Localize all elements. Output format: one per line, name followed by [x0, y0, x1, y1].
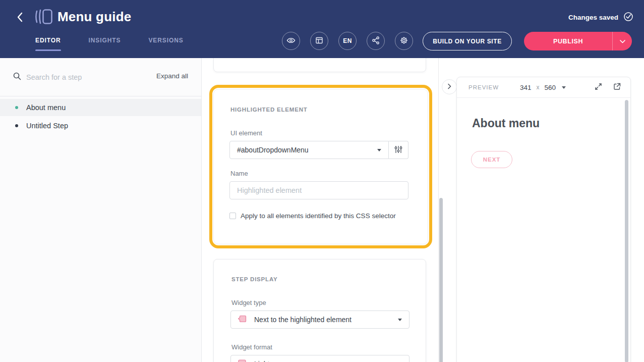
changes-saved-status: Changes saved [568, 12, 633, 23]
step-settings-editor: HIGHLIGHTED ELEMENT UI element #aboutDro… [202, 58, 439, 362]
chevron-down-icon [398, 319, 402, 321]
apply-all-checkbox-row[interactable]: Apply to all elements identified by this… [229, 212, 396, 220]
publish-split-button: PUBLISH [524, 32, 632, 50]
widget-format-select[interactable]: Light [230, 355, 409, 362]
highlighted-element-outline: HIGHLIGHTED ELEMENT UI element #aboutDro… [209, 85, 432, 248]
widget-format-value: Light [254, 360, 269, 362]
step-list: About menu Untitled Step [0, 99, 201, 135]
eye-icon [286, 37, 296, 45]
tab-versions[interactable]: VERSIONS [148, 37, 183, 51]
chevron-down-icon [377, 149, 381, 151]
expand-arrows-icon [594, 82, 603, 92]
apply-all-label: Apply to all elements identified by this… [241, 212, 396, 220]
layout-button[interactable] [310, 32, 328, 50]
step-status-dot [15, 106, 18, 109]
share-button[interactable] [367, 32, 385, 50]
steps-sidebar: Expand all About menu Untitled Step [0, 58, 202, 362]
preview-panel: PREVIEW 341 x 560 [456, 77, 631, 362]
ui-element-select-row: #aboutDropdownMenu [229, 141, 408, 159]
preview-title: PREVIEW [469, 84, 499, 90]
ui-element-label: UI element [230, 129, 262, 137]
step-display-card: STEP DISPLAY Widget type Next to the hig… [213, 259, 426, 362]
chevron-right-icon [447, 83, 451, 91]
preview-eye-button[interactable] [282, 32, 300, 50]
step-label: Untitled Step [26, 122, 68, 130]
size-separator: x [537, 84, 540, 91]
preview-height-value: 560 [545, 84, 556, 91]
name-label: Name [230, 170, 248, 177]
settings-button[interactable] [395, 32, 413, 50]
publish-button[interactable]: PUBLISH [524, 32, 612, 50]
highlighted-element-name-input[interactable] [229, 181, 408, 199]
collapse-preview-button[interactable] [442, 79, 457, 94]
back-button[interactable] [12, 10, 27, 25]
ui-element-value: #aboutDropdownMenu [237, 146, 309, 154]
chevron-left-icon [16, 12, 23, 24]
preview-next-button[interactable]: NEXT [471, 151, 512, 168]
widget-type-select[interactable]: Next to the highlighted element [230, 311, 409, 329]
editor-tabs: EDITOR INSIGHTS VERSIONS [35, 37, 184, 51]
step-label: About menu [26, 104, 66, 112]
open-in-new-tab-button[interactable] [613, 82, 621, 92]
preview-header: PREVIEW 341 x 560 [457, 77, 630, 98]
tab-versions-label: VERSIONS [148, 37, 183, 44]
header-icon-buttons: EN [282, 32, 413, 50]
expand-preview-button[interactable] [594, 82, 603, 92]
check-circle-icon [623, 12, 633, 23]
section-title: STEP DISPLAY [231, 276, 277, 282]
step-search-row: Expand all [0, 58, 201, 96]
gear-icon [399, 36, 408, 46]
language-badge: EN [343, 37, 352, 44]
tab-editor[interactable]: EDITOR [35, 37, 61, 51]
publish-dropdown-button[interactable] [612, 32, 632, 50]
step-search-input[interactable] [26, 69, 132, 85]
section-title: HIGHLIGHTED ELEMENT [230, 107, 308, 113]
guide-logo-icon [34, 9, 53, 27]
expand-all-button[interactable]: Expand all [156, 72, 188, 80]
app-header: Menu guide Changes saved EDITOR INSIGHTS… [0, 0, 644, 58]
preview-scrollbar[interactable] [625, 100, 628, 362]
share-icon [372, 36, 380, 46]
widget-type-label: Widget type [231, 299, 266, 306]
widget-format-label: Widget format [231, 343, 272, 351]
chevron-down-icon [620, 37, 625, 45]
step-item-untitled-step[interactable]: Untitled Step [0, 117, 201, 134]
preview-step-title: About menu [472, 117, 540, 130]
tab-insights[interactable]: INSIGHTS [89, 37, 121, 51]
editor-scrollbar[interactable] [439, 198, 443, 362]
language-button[interactable]: EN [338, 32, 357, 50]
widget-format-icon [237, 358, 247, 362]
layout-window-icon [315, 36, 323, 46]
page-title: Menu guide [57, 9, 131, 25]
external-link-icon [613, 82, 621, 92]
tooltip-widget-icon [237, 314, 247, 326]
changes-saved-label: Changes saved [568, 14, 618, 21]
search-icon [13, 72, 22, 83]
step-item-about-menu[interactable]: About menu [0, 99, 201, 116]
preview-size-select[interactable]: 341 x 560 [520, 84, 566, 91]
active-tab-underline [35, 49, 61, 51]
sliders-icon [394, 145, 402, 156]
build-on-your-site-button[interactable]: BUILD ON YOUR SITE [423, 32, 512, 50]
highlighted-element-card: HIGHLIGHTED ELEMENT UI element #aboutDro… [213, 89, 428, 244]
apply-all-checkbox[interactable] [229, 213, 236, 219]
previous-settings-card [213, 58, 426, 72]
chevron-down-icon [562, 86, 566, 89]
tab-insights-label: INSIGHTS [89, 37, 121, 44]
tab-editor-label: EDITOR [35, 37, 61, 44]
widget-type-value: Next to the highlighted element [254, 316, 352, 324]
step-status-dot [15, 124, 18, 127]
ui-element-select[interactable]: #aboutDropdownMenu [229, 141, 389, 159]
advanced-selector-button[interactable] [389, 141, 408, 159]
preview-width-value: 341 [520, 84, 532, 91]
